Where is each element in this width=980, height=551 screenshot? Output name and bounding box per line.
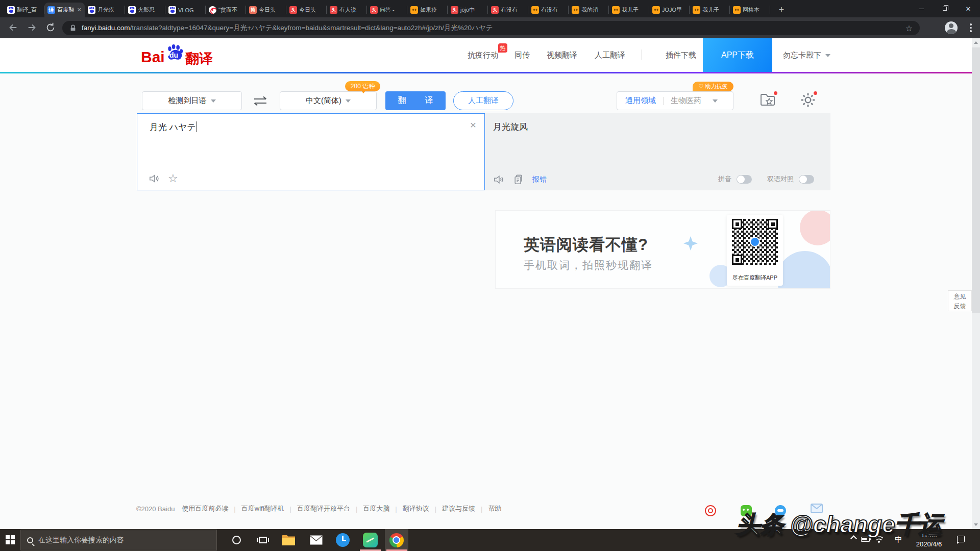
bookmark-star-icon[interactable]: ☆ bbox=[905, 23, 913, 33]
browser-tab[interactable]: 头有没有 bbox=[488, 3, 528, 17]
bilingual-toggle[interactable] bbox=[799, 175, 814, 184]
browser-tab[interactable]: VLOG bbox=[165, 3, 206, 17]
copy-icon[interactable] bbox=[513, 174, 523, 185]
app-promo-banner[interactable]: 英语阅读看不懂? 手机取词，拍照秒现翻译 尽在百度翻译APP bbox=[496, 211, 830, 288]
app-download-button[interactable]: APP下载 bbox=[703, 38, 772, 72]
swap-languages-icon[interactable] bbox=[252, 95, 268, 107]
weibo-icon[interactable] bbox=[705, 505, 716, 516]
domain-select[interactable]: 通用领域 生物医药 bbox=[617, 91, 733, 110]
footer-link[interactable]: 翻译协议 bbox=[403, 504, 429, 513]
phrasebook-folder-icon[interactable] bbox=[760, 92, 776, 107]
scroll-up-arrow[interactable] bbox=[974, 41, 978, 44]
window-minimize-button[interactable] bbox=[910, 0, 933, 17]
browser-tab[interactable]: 我儿子 bbox=[690, 3, 730, 17]
footer-separator: | bbox=[481, 505, 482, 513]
footer-link[interactable]: 百度wifi翻译机 bbox=[241, 504, 284, 513]
refresh-icon[interactable] bbox=[45, 22, 56, 33]
speaker-icon[interactable] bbox=[149, 173, 160, 184]
nav-simultaneous[interactable]: 同传 bbox=[514, 51, 530, 60]
source-text[interactable]: 月光 ハヤテ bbox=[150, 121, 197, 133]
tieba-favicon bbox=[572, 6, 579, 14]
toutiao-favicon: 头 bbox=[370, 6, 378, 14]
report-error-link[interactable]: 报错 bbox=[532, 175, 547, 184]
back-icon[interactable] bbox=[7, 22, 18, 33]
nav-plugin-download[interactable]: 插件下载 bbox=[666, 51, 696, 60]
footer-separator: | bbox=[395, 505, 397, 513]
footer-link[interactable]: 帮助 bbox=[488, 504, 501, 513]
browser-tab[interactable]: 简今日头 bbox=[246, 3, 286, 17]
footer-link[interactable]: 百度大脑 bbox=[363, 504, 389, 513]
tieba-favicon bbox=[531, 6, 539, 14]
source-language-select[interactable]: 检测到日语 bbox=[142, 91, 242, 110]
user-menu[interactable]: 勿忘卡殿下 bbox=[783, 51, 830, 60]
tab-title: 我的消 bbox=[581, 6, 606, 14]
window-close-button[interactable]: ✕ bbox=[957, 0, 980, 17]
action-center-icon[interactable] bbox=[957, 536, 965, 542]
translate-button[interactable]: 翻 译 bbox=[385, 91, 446, 110]
chrome-app-icon[interactable] bbox=[385, 529, 408, 551]
human-translate-button[interactable]: 人工翻译 bbox=[453, 91, 513, 110]
speaker-icon[interactable] bbox=[493, 174, 504, 185]
footer-link[interactable]: 百度翻译开放平台 bbox=[297, 504, 350, 513]
browser-tab[interactable]: 我儿子 bbox=[609, 3, 649, 17]
window-restore-button[interactable] bbox=[933, 0, 957, 17]
tab-close-icon[interactable]: ✕ bbox=[77, 7, 82, 13]
browser-tab[interactable]: 头jojo中 bbox=[448, 3, 488, 17]
page-scrollbar[interactable] bbox=[972, 38, 980, 529]
browser-tab[interactable]: 头有人说 bbox=[327, 3, 367, 17]
browser-tab[interactable]: 火影忍 bbox=[125, 3, 165, 17]
browser-tab[interactable]: 头问答 - bbox=[367, 3, 407, 17]
tab-title: 翻译_百 bbox=[17, 6, 41, 14]
file-explorer-icon[interactable] bbox=[277, 529, 300, 551]
tab-title: 今日头 bbox=[259, 6, 283, 14]
browser-tab[interactable]: JOJO里 bbox=[649, 3, 690, 17]
start-button[interactable] bbox=[6, 535, 15, 544]
scrollbar-thumb[interactable] bbox=[972, 47, 980, 313]
scroll-down-arrow[interactable] bbox=[974, 523, 978, 526]
clock-app-icon[interactable] bbox=[331, 529, 354, 551]
browser-menu-icon[interactable] bbox=[970, 21, 972, 34]
address-bar[interactable]: fanyi.baidu.com/translate?aldtype=16047&… bbox=[62, 21, 920, 35]
profile-avatar[interactable] bbox=[945, 21, 958, 34]
translation-result-panel: 月光旋风 报错 拼音 双语对照 bbox=[485, 113, 830, 190]
new-tab-button[interactable]: + bbox=[774, 3, 789, 17]
cortana-button[interactable] bbox=[225, 529, 248, 551]
footer-separator: | bbox=[234, 505, 235, 513]
nav-covid-action[interactable]: 抗疫行动 bbox=[468, 51, 498, 60]
source-text-panel[interactable]: 月光 ハヤテ × ☆ bbox=[137, 113, 485, 190]
tab-title: 问答 - bbox=[380, 6, 404, 14]
footer-link[interactable]: 建议与反馈 bbox=[442, 504, 475, 513]
pinyin-toggle[interactable] bbox=[737, 175, 752, 184]
toutiao-favicon: 头 bbox=[451, 6, 458, 14]
nav-human-translate[interactable]: 人工翻译 bbox=[595, 51, 625, 60]
tieba-favicon bbox=[733, 6, 741, 14]
clear-input-icon[interactable]: × bbox=[470, 119, 476, 131]
browser-tab[interactable]: 头今日头 bbox=[286, 3, 327, 17]
browser-tab[interactable]: 如果疫 bbox=[407, 3, 448, 17]
tab-title: JOJO里 bbox=[662, 6, 687, 14]
wechat-app-icon[interactable] bbox=[358, 529, 382, 551]
footer-link[interactable]: 使用百度前必读 bbox=[182, 504, 228, 513]
search-placeholder: 在这里输入你要搜索的内容 bbox=[38, 536, 124, 545]
browser-tab[interactable]: 月光疾 bbox=[85, 3, 125, 17]
date: 2020/4/6 bbox=[910, 540, 948, 549]
favorite-star-icon[interactable]: ☆ bbox=[168, 173, 178, 184]
nav-video-translate[interactable]: 视频翻译 bbox=[547, 51, 577, 60]
covid-support-badge: ♡助力抗疫 bbox=[693, 82, 733, 91]
browser-tab[interactable]: 我的消 bbox=[569, 3, 609, 17]
browser-tab[interactable]: 网格本 bbox=[730, 3, 770, 17]
baidu-fanyi-logo[interactable]: Bai du 翻译 bbox=[141, 45, 238, 67]
forward-icon[interactable] bbox=[27, 22, 38, 33]
mail-app-icon[interactable] bbox=[304, 529, 328, 551]
header-gradient-line bbox=[0, 72, 980, 73]
browser-tab[interactable]: "贫而不 bbox=[206, 3, 246, 17]
browser-tab[interactable]: 译百度翻✕ bbox=[44, 3, 85, 17]
footer-separator: | bbox=[290, 505, 291, 513]
browser-tab[interactable]: 翻译_百 bbox=[4, 3, 44, 17]
browser-tab[interactable]: 有没有 bbox=[528, 3, 569, 17]
feedback-button[interactable]: 意见反馈 bbox=[948, 290, 972, 311]
taskbar-search-box[interactable]: 在这里输入你要搜索的内容 bbox=[20, 530, 217, 550]
target-language-select[interactable]: 中文(简体) bbox=[280, 91, 377, 110]
task-view-button[interactable] bbox=[251, 529, 275, 551]
settings-gear-icon[interactable] bbox=[800, 92, 816, 108]
